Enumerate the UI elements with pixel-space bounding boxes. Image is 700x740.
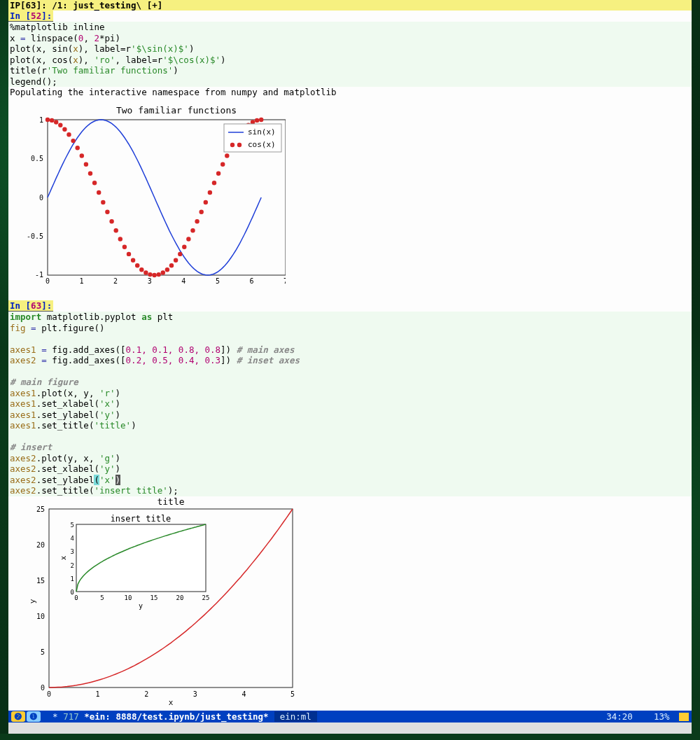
svg-text:2: 2	[113, 277, 118, 285]
svg-point-45	[178, 252, 182, 256]
svg-point-28	[105, 210, 109, 214]
svg-text:25: 25	[202, 594, 210, 601]
svg-point-39	[152, 273, 156, 277]
svg-text:4: 4	[71, 535, 74, 542]
svg-point-48	[190, 228, 195, 232]
code-input[interactable]: %matplotlib inline x = linspace(0, 2*pi)…	[8, 22, 692, 87]
svg-point-33	[127, 252, 131, 256]
code-input[interactable]: import matplotlib.pyplot as plt fig = pl…	[8, 312, 692, 496]
line-count: 717	[63, 711, 79, 722]
modified-star: *	[52, 711, 58, 722]
svg-point-42	[165, 267, 169, 272]
svg-text:20: 20	[176, 594, 184, 601]
svg-point-26	[97, 190, 101, 195]
svg-text:4: 4	[181, 277, 186, 285]
svg-text:15: 15	[36, 577, 45, 585]
svg-point-16	[54, 120, 58, 124]
svg-text:0: 0	[74, 594, 78, 601]
tab-line[interactable]: IP[63]: /1: just_testing\ [+]	[8, 0, 692, 11]
chart-legend: sin(x) cos(x)	[224, 124, 281, 152]
chart-title: Two familiar functions	[116, 105, 237, 116]
svg-point-63	[255, 118, 259, 123]
input-prompt: In [52]:	[8, 11, 53, 22]
chart-two-familiar-functions: Two familiar functions 1 0.5 0 -0.5 -1 0…	[8, 103, 286, 286]
chart2-title: title	[157, 496, 184, 507]
scroll-indicator-icon	[679, 713, 689, 721]
svg-point-43	[169, 263, 174, 267]
svg-point-53	[212, 181, 216, 185]
svg-text:2: 2	[144, 690, 148, 698]
svg-text:0: 0	[46, 277, 50, 285]
svg-point-41	[161, 270, 165, 274]
svg-point-30	[114, 228, 118, 232]
svg-point-50	[200, 210, 204, 214]
cell-63: In [63]: import matplotlib.pyplot as plt…	[8, 300, 692, 711]
workspace-badge: ❷	[11, 711, 25, 722]
window-badge: ❶	[27, 711, 41, 722]
svg-text:0: 0	[71, 589, 74, 596]
cell-52: In [52]: %matplotlib inline x = linspace…	[8, 11, 692, 300]
svg-point-29	[109, 219, 113, 223]
svg-point-27	[101, 200, 105, 204]
svg-point-32	[122, 245, 127, 249]
svg-text:insert title: insert title	[111, 514, 172, 524]
svg-text:4: 4	[241, 690, 246, 698]
svg-point-38	[148, 272, 152, 277]
svg-point-25	[92, 181, 97, 185]
svg-point-51	[204, 200, 208, 204]
svg-point-55	[220, 162, 225, 167]
svg-point-31	[118, 237, 122, 241]
svg-point-36	[139, 267, 144, 272]
svg-text:5: 5	[100, 594, 104, 601]
svg-text:6: 6	[249, 277, 253, 285]
svg-point-69	[237, 143, 241, 147]
svg-point-14	[46, 118, 50, 122]
svg-point-44	[174, 258, 178, 263]
svg-point-19	[66, 132, 71, 137]
svg-text:y: y	[28, 599, 37, 603]
major-mode: ein:ml	[274, 711, 317, 722]
svg-text:7: 7	[284, 277, 286, 285]
svg-point-20	[71, 139, 75, 143]
svg-point-47	[186, 237, 190, 241]
text-cursor: )	[115, 475, 121, 485]
scroll-percent: 13%	[654, 711, 670, 722]
svg-text:25: 25	[36, 505, 45, 513]
svg-text:1: 1	[71, 575, 74, 582]
svg-point-49	[195, 219, 199, 223]
svg-text:0: 0	[39, 194, 43, 202]
svg-text:1: 1	[80, 277, 84, 285]
svg-text:0: 0	[41, 684, 45, 692]
mode-line[interactable]: ❷ ❶ * 717 *ein: 8888/test.ipynb/just_tes…	[8, 711, 692, 722]
svg-point-68	[230, 143, 234, 147]
svg-point-40	[157, 272, 161, 277]
svg-rect-86	[76, 524, 206, 592]
svg-text:cos(x): cos(x)	[248, 140, 276, 149]
svg-point-17	[58, 123, 62, 127]
editor-frame: IP[63]: /1: just_testing\ [+] In [52]: %…	[8, 0, 692, 734]
svg-point-34	[131, 258, 135, 263]
svg-text:sin(x): sin(x)	[248, 127, 276, 137]
svg-point-37	[144, 270, 148, 274]
svg-text:-0.5: -0.5	[27, 232, 43, 240]
svg-point-18	[62, 127, 66, 132]
svg-text:x: x	[169, 698, 174, 706]
svg-text:x: x	[59, 555, 67, 559]
svg-text:15: 15	[150, 594, 158, 601]
svg-text:5: 5	[216, 277, 220, 285]
svg-point-54	[216, 172, 220, 176]
svg-text:1: 1	[96, 690, 100, 698]
svg-point-64	[259, 118, 263, 122]
svg-point-35	[135, 263, 139, 267]
svg-point-22	[80, 153, 84, 158]
svg-text:5: 5	[71, 522, 74, 529]
svg-text:2: 2	[71, 562, 74, 569]
minibuffer[interactable]	[8, 722, 692, 734]
svg-text:0.5: 0.5	[31, 155, 43, 162]
cursor-position: 34:20	[606, 711, 633, 722]
svg-point-15	[50, 118, 54, 123]
svg-point-24	[88, 172, 92, 176]
svg-point-21	[76, 146, 80, 150]
svg-text:10: 10	[125, 594, 132, 601]
svg-point-46	[182, 245, 186, 249]
